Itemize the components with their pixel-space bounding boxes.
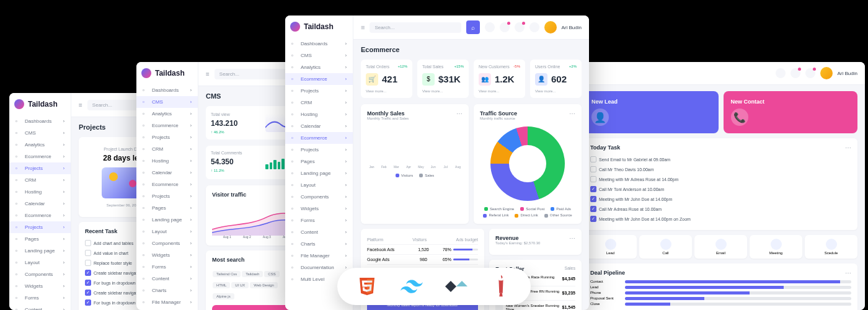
checkbox-icon[interactable]: ✓ <box>590 216 596 222</box>
sidebar-item-content[interactable]: ▫Content› <box>9 304 71 310</box>
sidebar-item-documentation[interactable]: ▫Documentation› <box>285 262 353 273</box>
more-icon[interactable]: ⋯ <box>569 110 575 117</box>
sidebar-item-projects[interactable]: ▫Projects› <box>285 85 353 97</box>
more-icon[interactable]: ⋯ <box>456 110 463 117</box>
sidebar-item-projects[interactable]: ▫Projects› <box>136 190 198 202</box>
tag[interactable]: Alpine js <box>213 293 234 299</box>
sidebar-item-cms[interactable]: ▫CMS› <box>136 96 198 108</box>
sidebar-item-ecommerce[interactable]: ▫Ecommerce› <box>285 132 353 144</box>
sidebar-item-pages[interactable]: ▫Pages› <box>136 202 198 214</box>
sidebar-item-components[interactable]: ▫Components› <box>136 237 198 249</box>
sidebar-item-file-manager[interactable]: ▫File Manager› <box>136 296 198 308</box>
task-item[interactable]: ✓Call Mr Adreas Rose at 10.00am <box>590 204 851 214</box>
sidebar-item-widgets[interactable]: ▫Widgets› <box>9 280 71 292</box>
sidebar-item-ecommerce[interactable]: ▫Ecommerce› <box>9 210 71 221</box>
sidebar-item-calendar[interactable]: ▫Calendar› <box>9 198 71 210</box>
task-item[interactable]: ✓Meeting with Mr John Doe at 14.00pm <box>590 194 851 204</box>
mail-icon[interactable] <box>790 68 800 78</box>
more-icon[interactable]: ⋯ <box>845 144 851 151</box>
bell-icon[interactable] <box>515 22 525 32</box>
menu-toggle-icon[interactable]: ≡ <box>79 102 82 108</box>
view-more-link[interactable]: View more... <box>535 89 577 93</box>
task-item[interactable]: ✓Call Mr Toni Anderson at 10.00am <box>590 184 851 194</box>
sidebar-item-cms[interactable]: ▫CMS› <box>9 127 71 139</box>
new-lead-card[interactable]: New Lead 👤 <box>584 91 719 133</box>
checkbox-icon[interactable]: ✓ <box>590 186 596 192</box>
user-name[interactable]: Ari Budin <box>562 25 582 30</box>
task-item[interactable]: Send Email to Mr Gabriel at 09.00am <box>590 154 851 164</box>
sidebar-item-components[interactable]: ▫Components› <box>9 268 71 280</box>
checkbox-icon[interactable]: ✓ <box>85 290 91 296</box>
view-more-link[interactable]: View more... <box>479 89 520 93</box>
sidebar-item-cms[interactable]: ▫CMS› <box>285 50 353 61</box>
view-more-link[interactable]: View more... <box>366 89 407 93</box>
sidebar-item-pages[interactable]: ▫Pages› <box>285 156 353 167</box>
sidebar-item-ecommerce[interactable]: ▫Ecommerce› <box>285 73 353 85</box>
bell-icon[interactable] <box>805 68 815 78</box>
tag[interactable]: Tailwind Css <box>213 271 241 277</box>
checkbox-icon[interactable]: ✓ <box>590 196 596 202</box>
sidebar-item-widgets[interactable]: ▫Widgets› <box>285 203 353 215</box>
quick-action-email[interactable]: Email <box>694 235 747 259</box>
tag[interactable]: HTML <box>213 282 230 288</box>
tag[interactable]: Web Design <box>250 282 278 288</box>
sidebar-item-hosting[interactable]: ▫Hosting› <box>9 186 71 198</box>
checkbox-icon[interactable] <box>85 250 91 256</box>
sidebar-item-landing-page[interactable]: ▫Landing page› <box>285 167 353 179</box>
search-button[interactable]: ⌕ <box>466 20 480 34</box>
search-input[interactable]: Search... <box>370 22 461 33</box>
quick-action-lead[interactable]: Lead <box>584 235 637 259</box>
logo[interactable]: Taildash <box>9 93 71 115</box>
sidebar-item-projects[interactable]: ▫Projects› <box>285 144 353 156</box>
sidebar-item-layout[interactable]: ▫Layout› <box>9 257 71 268</box>
sidebar-item-layout[interactable]: ▫Layout› <box>136 226 198 237</box>
checkbox-icon[interactable] <box>85 260 91 266</box>
sidebar-item-forms[interactable]: ▫Forms› <box>136 261 198 273</box>
checkbox-icon[interactable] <box>85 240 91 246</box>
sidebar-item-crm[interactable]: ▫CRM› <box>136 143 198 155</box>
sidebar-item-analytics[interactable]: ▫Analytics› <box>285 61 353 73</box>
logo[interactable]: Taildash <box>136 62 198 84</box>
task-item[interactable]: ✓Meeting with Mr John Doe at 14.00pm on … <box>590 214 851 224</box>
gear-icon[interactable] <box>485 22 495 32</box>
sidebar-item-landing-page[interactable]: ▫Landing page› <box>9 245 71 257</box>
sidebar-item-forms[interactable]: ▫Forms› <box>285 215 353 226</box>
task-item[interactable]: Meeting with Mr Adreas Rose at 14.00pm <box>590 174 851 184</box>
sidebar-item-dashboards[interactable]: ▫Dashboards› <box>285 38 353 50</box>
sidebar-item-calendar[interactable]: ▫Calendar› <box>136 167 198 179</box>
fullscreen-icon[interactable] <box>529 22 539 32</box>
sidebar-item-crm[interactable]: ▫CRM› <box>285 97 353 108</box>
logo[interactable]: Taildash <box>285 16 353 38</box>
quick-action-meeting[interactable]: Meeting <box>750 235 802 259</box>
more-icon[interactable]: ⋯ <box>569 235 575 242</box>
sidebar-item-widgets[interactable]: ▫Widgets› <box>136 249 198 261</box>
quick-action-scedule[interactable]: Scedule <box>805 235 857 259</box>
menu-toggle-icon[interactable]: ≡ <box>361 24 365 31</box>
sidebar-item-charts[interactable]: ▫Charts› <box>285 238 353 250</box>
checkbox-icon[interactable]: ✓ <box>85 280 91 286</box>
sidebar-item-dashboards[interactable]: ▫Dashboards› <box>9 115 71 127</box>
sidebar-item-analytics[interactable]: ▫Analytics› <box>9 139 71 151</box>
checkbox-icon[interactable]: ✓ <box>590 206 596 212</box>
sidebar-item-landing-page[interactable]: ▫Landing page› <box>136 214 198 226</box>
sidebar-item-analytics[interactable]: ▫Analytics› <box>136 108 198 120</box>
sidebar-item-components[interactable]: ▫Components› <box>285 191 353 203</box>
mail-icon[interactable] <box>500 22 510 32</box>
gear-icon[interactable] <box>776 68 786 78</box>
task-item[interactable]: Call Mr Theo Davis 10.00am <box>590 164 851 174</box>
sidebar-item-layout[interactable]: ▫Layout› <box>285 179 353 191</box>
tag[interactable]: CSS <box>264 271 279 277</box>
sidebar-item-projects[interactable]: ▫Projects› <box>9 221 71 233</box>
menu-toggle-icon[interactable]: ≡ <box>206 71 210 78</box>
tag[interactable]: Taildash <box>242 271 263 277</box>
more-icon[interactable]: ⋯ <box>845 270 851 277</box>
sidebar-item-dashboards[interactable]: ▫Dashboards› <box>136 84 198 96</box>
view-more-link[interactable]: View more... <box>422 89 464 93</box>
checkbox-icon[interactable]: ✓ <box>85 299 91 306</box>
sidebar-item-projects[interactable]: ▫Projects› <box>136 131 198 143</box>
quick-action-call[interactable]: Call <box>639 235 692 259</box>
sidebar-item-hosting[interactable]: ▫Hosting› <box>136 155 198 167</box>
checkbox-icon[interactable] <box>590 176 596 182</box>
sidebar-item-charts[interactable]: ▫Charts› <box>136 285 198 296</box>
tag[interactable]: UI UX <box>231 282 249 288</box>
